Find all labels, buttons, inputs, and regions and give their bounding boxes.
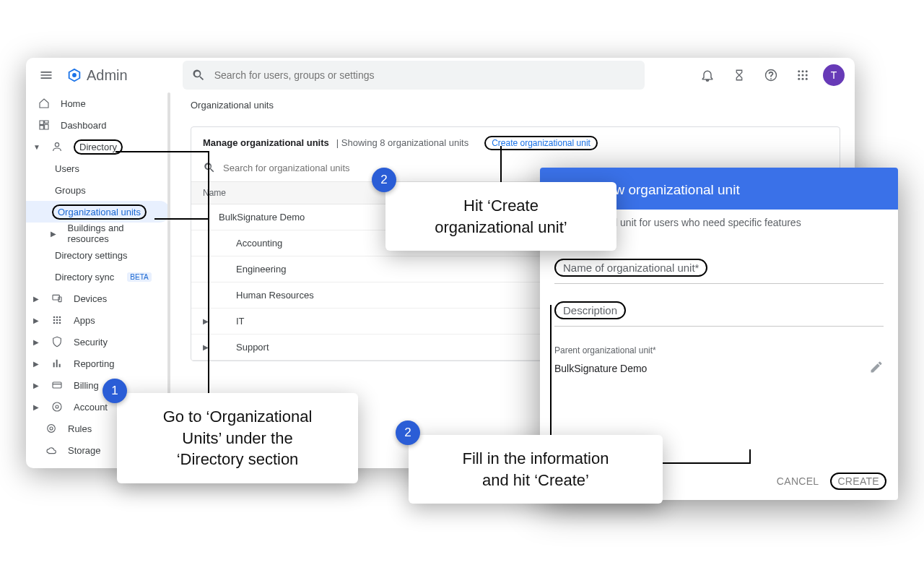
chevron-right-icon: ▶	[33, 381, 40, 389]
admin-logo-icon	[66, 67, 82, 83]
step-badge-2: 2	[372, 168, 396, 192]
sidebar-label: Buildings and resources	[68, 223, 163, 244]
svg-point-15	[56, 316, 58, 319]
svg-point-11	[55, 143, 58, 147]
sidebar-label: Billing	[74, 380, 99, 391]
hourglass-icon[interactable]	[725, 61, 754, 90]
callout-line: Fill in the information	[426, 448, 645, 470]
svg-point-19	[59, 319, 61, 322]
svg-point-9	[802, 78, 804, 80]
sidebar-label: Rules	[68, 423, 92, 434]
chevron-right-icon: ▶	[33, 360, 40, 368]
dashboard-icon	[38, 119, 51, 131]
edit-parent-icon[interactable]	[869, 360, 884, 376]
step-badge-1: 1	[103, 379, 127, 403]
expand-icon[interactable]: ▶	[203, 343, 219, 351]
parent-ou-label: Parent organizational unit*	[554, 345, 884, 355]
callout-line: Units’ under the	[134, 428, 341, 449]
callout-step-3: Fill in the information and hit ‘Create’	[409, 435, 663, 504]
sidebar-item-directory[interactable]: ▼Directory	[26, 136, 170, 158]
sidebar-label: Organizational units	[58, 207, 141, 217]
at-icon	[51, 401, 64, 413]
row-name: Engineering	[219, 264, 286, 275]
chevron-right-icon: ▶	[33, 316, 40, 324]
description-field-label: Description	[554, 301, 626, 319]
sidebar-item-dashboard[interactable]: Dashboard	[26, 114, 170, 136]
sidebar-label: Groups	[55, 185, 86, 196]
person-icon	[51, 141, 64, 152]
sidebar-item-apps[interactable]: ▶Apps	[26, 309, 170, 331]
card-icon	[51, 379, 64, 391]
apps-icon	[51, 314, 64, 326]
sidebar-item-directory-settings[interactable]: Directory settings	[26, 244, 170, 266]
svg-point-6	[802, 74, 804, 77]
sidebar-label: Devices	[74, 293, 107, 304]
devices-icon	[51, 293, 64, 304]
apps-grid-icon[interactable]	[788, 61, 817, 90]
sidebar-label: Storage	[68, 445, 101, 456]
description-input[interactable]	[554, 322, 884, 327]
global-search-input[interactable]	[214, 69, 636, 81]
sidebar-item-security[interactable]: ▶Security	[26, 331, 170, 353]
callout-line: ‘Directory section	[134, 449, 341, 470]
logo: Admin	[66, 67, 128, 84]
header-actions: T	[693, 61, 849, 90]
expand-icon[interactable]: ▶	[203, 317, 219, 325]
beta-badge: BETA	[127, 272, 151, 282]
step-badge-3: 2	[396, 420, 420, 445]
sidebar-label: Directory	[79, 142, 117, 152]
parent-ou-text: BulkSignature Demo	[554, 363, 647, 374]
help-icon[interactable]	[757, 61, 785, 90]
sidebar-label: Reporting	[74, 358, 114, 369]
row-name: Support	[219, 342, 269, 353]
cancel-button[interactable]: CANCEL	[774, 471, 822, 491]
connector-line	[749, 449, 751, 462]
svg-rect-23	[53, 382, 61, 388]
connector-line	[154, 218, 209, 220]
chart-icon	[51, 358, 64, 369]
connector-line	[208, 151, 209, 397]
row-name: IT	[219, 316, 245, 327]
chevron-right-icon: ▶	[51, 230, 58, 238]
callout-line: Hit ‘Create	[403, 195, 599, 217]
svg-point-20	[53, 322, 56, 324]
svg-point-26	[48, 425, 56, 433]
svg-point-14	[53, 316, 56, 319]
sidebar-label: Users	[55, 163, 79, 174]
bell-icon[interactable]	[693, 61, 722, 90]
callout-step-2: Hit ‘Create organizational unit’	[385, 182, 616, 251]
sidebar-item-organizational-units[interactable]: Organizational units	[26, 201, 170, 223]
sidebar-item-users[interactable]: Users	[26, 158, 170, 179]
cloud-icon	[45, 444, 58, 456]
sidebar-item-groups[interactable]: Groups	[26, 179, 170, 201]
menu-icon[interactable]	[32, 61, 61, 90]
chevron-right-icon: ▶	[33, 403, 40, 411]
sidebar-item-buildings[interactable]: ▶Buildings and resources	[26, 223, 170, 244]
app-title: Admin	[87, 67, 128, 84]
search-icon	[203, 161, 216, 174]
sidebar-label: Dashboard	[61, 120, 107, 131]
connector-line	[500, 146, 502, 182]
svg-point-18	[56, 319, 58, 322]
sidebar-item-directory-sync[interactable]: Directory syncBETA	[26, 266, 170, 288]
svg-point-3	[802, 70, 804, 72]
chevron-right-icon: ▶	[33, 338, 40, 346]
sidebar-item-reporting[interactable]: ▶Reporting	[26, 353, 170, 374]
sidebar-label: Security	[74, 337, 108, 348]
svg-point-24	[53, 402, 61, 411]
breadcrumb: Organizational units	[170, 92, 855, 118]
callout-step-1: Go to ‘Organizational Units’ under the ‘…	[117, 393, 358, 483]
svg-point-25	[56, 405, 58, 408]
callout-line: organizational unit’	[403, 217, 599, 238]
svg-point-0	[72, 73, 77, 77]
sidebar-item-devices[interactable]: ▶Devices	[26, 288, 170, 309]
rules-icon	[45, 423, 58, 434]
svg-point-21	[56, 322, 58, 324]
avatar[interactable]: T	[823, 64, 845, 86]
global-search[interactable]	[183, 61, 645, 90]
svg-point-2	[798, 70, 800, 72]
create-button[interactable]: CREATE	[830, 473, 886, 490]
sidebar-label: Home	[61, 98, 86, 109]
callout-line: and hit ‘Create’	[426, 470, 645, 491]
sidebar-item-home[interactable]: Home	[26, 92, 170, 114]
